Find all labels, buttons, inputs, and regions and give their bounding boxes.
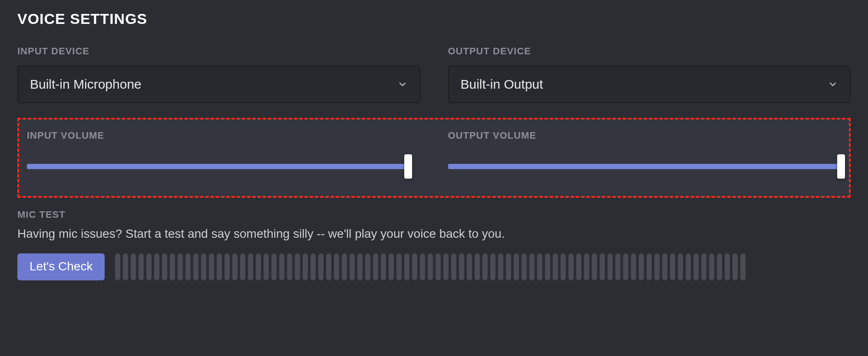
input-volume-col: INPUT VOLUME [27,130,420,177]
vu-bar [248,253,253,280]
input-device-col: INPUT DEVICE Built-in Microphone [17,46,420,103]
chevron-down-icon [397,79,408,90]
vu-bar [271,253,277,280]
vu-bar [303,253,308,280]
vu-bar [498,253,503,280]
vu-bar [131,253,136,280]
vu-bar [584,253,589,280]
vu-bar [381,253,386,280]
vu-bar [592,253,597,280]
vu-bar [193,253,198,280]
slider-thumb[interactable] [404,154,412,179]
vu-bar [420,253,425,280]
vu-bar [123,253,128,280]
vu-bar [678,253,683,280]
vu-bar [607,253,613,280]
vu-bar [365,253,370,280]
vu-bar [740,253,746,280]
vu-bar [357,253,363,280]
vu-bar [482,253,488,280]
vu-bar [162,253,167,280]
output-volume-slider[interactable] [448,160,842,177]
vu-bar [686,253,691,280]
vu-bar [350,253,355,280]
vu-bar [709,253,714,280]
output-device-col: OUTPUT DEVICE Built-in Output [448,46,851,103]
slider-track [27,164,408,169]
vu-bar [506,253,511,280]
vu-bar [443,253,449,280]
mic-level-meter [115,253,851,280]
vu-bar [537,253,542,280]
chevron-down-icon [828,79,838,90]
vu-bar [287,253,292,280]
vu-bar [256,253,261,280]
vu-bar [412,253,417,280]
vu-bar [139,253,144,280]
vu-bar [115,253,120,280]
mic-test-row: Let's Check [17,253,851,280]
vu-bar [279,253,284,280]
vu-bar [209,253,214,280]
vu-bar [701,253,706,280]
vu-bar [725,253,730,280]
vu-bar [631,253,636,280]
vu-bar [717,253,722,280]
vu-bar [639,253,644,280]
vu-bar [670,253,675,280]
vu-bar [404,253,409,280]
vu-bar [146,253,152,280]
input-volume-slider[interactable] [27,160,420,177]
vu-bar [310,253,316,280]
vu-bar [396,253,402,280]
input-volume-label: INPUT VOLUME [27,130,420,141]
voice-settings-heading: VOICE SETTINGS [17,10,851,27]
output-device-value: Built-in Output [461,77,543,92]
input-device-select[interactable]: Built-in Microphone [17,66,420,103]
vu-bar [654,253,660,280]
vu-bar [521,253,527,280]
vu-bar [615,253,620,280]
vu-bar [693,253,699,280]
vu-bar [185,253,191,280]
output-volume-label: OUTPUT VOLUME [448,130,842,141]
vu-bar [467,253,472,280]
vu-bar [451,253,456,280]
device-row: INPUT DEVICE Built-in Microphone OUTPUT … [17,46,851,103]
vu-bar [240,253,245,280]
mic-test-label: MIC TEST [17,209,851,220]
vu-bar [459,253,464,280]
vu-bar [264,253,269,280]
mic-test-description: Having mic issues? Start a test and say … [17,226,851,242]
vu-bar [318,253,323,280]
slider-thumb[interactable] [837,154,845,179]
vu-bar [568,253,574,280]
vu-bar [436,253,441,280]
vu-bar [334,253,339,280]
vu-bar [389,253,394,280]
volume-row: INPUT VOLUME OUTPUT VOLUME [27,130,841,177]
vu-bar [170,253,175,280]
vu-bar [647,253,652,280]
input-device-label: INPUT DEVICE [17,46,420,57]
vu-bar [553,253,558,280]
vu-bar [224,253,230,280]
vu-bar [475,253,480,280]
output-device-select[interactable]: Built-in Output [448,66,851,103]
vu-bar [514,253,519,280]
vu-bar [217,253,222,280]
volume-highlight-annotation: INPUT VOLUME OUTPUT VOLUME [17,118,851,198]
input-device-value: Built-in Microphone [30,77,142,92]
vu-bar [545,253,550,280]
vu-bar [154,253,159,280]
vu-bar [326,253,331,280]
lets-check-button[interactable]: Let's Check [17,253,105,280]
vu-bar [490,253,495,280]
slider-track [448,164,842,169]
output-volume-col: OUTPUT VOLUME [448,130,842,177]
vu-bar [295,253,300,280]
output-device-label: OUTPUT DEVICE [448,46,851,57]
vu-bar [662,253,667,280]
vu-bar [576,253,581,280]
vu-bar [428,253,433,280]
